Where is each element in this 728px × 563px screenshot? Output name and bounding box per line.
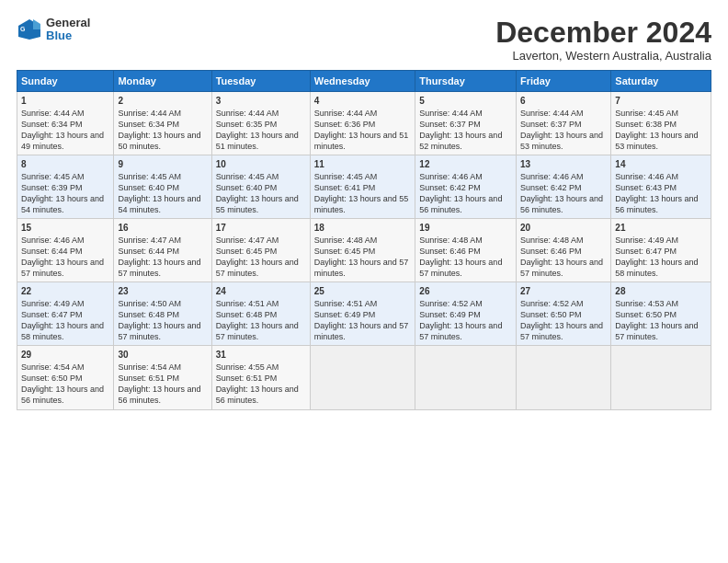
sunrise: Sunrise: 4:44 AM [520,109,584,118]
calendar-cell: 1Sunrise: 4:44 AMSunset: 6:34 PMDaylight… [17,92,114,155]
daylight: Daylight: 13 hours and 57 minutes. [216,258,299,278]
daylight: Daylight: 13 hours and 57 minutes. [314,258,409,278]
daylight: Daylight: 13 hours and 57 minutes. [419,258,502,278]
day-number: 5 [419,95,512,108]
sunrise: Sunrise: 4:55 AM [216,362,279,372]
calendar-cell: 31Sunrise: 4:55 AMSunset: 6:51 PMDayligh… [211,346,310,409]
calendar-cell: 8Sunrise: 4:45 AMSunset: 6:39 PMDaylight… [17,155,114,219]
calendar-cell [516,346,610,409]
sunrise: Sunrise: 4:51 AM [216,299,279,308]
calendar-cell: 29Sunrise: 4:54 AMSunset: 6:50 PMDayligh… [17,346,114,409]
sunrise: Sunrise: 4:45 AM [216,172,279,181]
day-number: 11 [314,158,412,171]
logo-text: General Blue [46,17,90,43]
day-number: 12 [419,158,512,171]
sunset: Sunset: 6:36 PM [314,120,376,129]
daylight: Daylight: 13 hours and 52 minutes. [419,131,502,151]
sunrise: Sunrise: 4:48 AM [314,236,378,245]
calendar-cell: 12Sunrise: 4:46 AMSunset: 6:42 PMDayligh… [415,155,517,219]
header-row: Sunday Monday Tuesday Wednesday Thursday… [17,71,711,92]
day-number: 29 [21,349,109,362]
calendar-cell: 17Sunrise: 4:47 AMSunset: 6:45 PMDayligh… [211,219,310,282]
day-number: 23 [118,285,207,298]
sunset: Sunset: 6:51 PM [216,373,278,383]
calendar-cell: 14Sunrise: 4:46 AMSunset: 6:43 PMDayligh… [611,155,711,219]
day-number: 2 [118,95,207,108]
daylight: Daylight: 13 hours and 51 minutes. [216,131,299,151]
day-number: 7 [615,95,707,108]
sunrise: Sunrise: 4:46 AM [419,172,483,181]
sunset: Sunset: 6:49 PM [419,310,481,319]
logo-blue: Blue [46,29,90,42]
location: Laverton, Western Australia, Australia [495,49,711,63]
daylight: Daylight: 13 hours and 54 minutes. [118,194,200,214]
daylight: Daylight: 13 hours and 56 minutes. [216,385,299,405]
sunset: Sunset: 6:42 PM [520,183,582,192]
svg-marker-1 [33,19,40,29]
sunrise: Sunrise: 4:46 AM [615,172,678,181]
sunset: Sunset: 6:40 PM [216,183,278,192]
day-number: 14 [615,158,707,171]
sunrise: Sunrise: 4:45 AM [314,172,378,181]
day-number: 16 [118,222,207,235]
sunrise: Sunrise: 4:48 AM [419,236,483,245]
sunrise: Sunrise: 4:46 AM [21,236,85,245]
sunrise: Sunrise: 4:52 AM [419,299,483,308]
sunrise: Sunrise: 4:49 AM [21,299,85,308]
calendar-cell: 16Sunrise: 4:47 AMSunset: 6:44 PMDayligh… [114,219,211,282]
day-number: 13 [520,158,607,171]
sunrise: Sunrise: 4:47 AM [216,236,279,245]
daylight: Daylight: 13 hours and 57 minutes. [419,321,502,341]
col-tuesday: Tuesday [211,71,310,92]
calendar-table: Sunday Monday Tuesday Wednesday Thursday… [17,70,711,409]
daylight: Daylight: 13 hours and 51 minutes. [314,131,409,151]
daylight: Daylight: 13 hours and 58 minutes. [21,321,104,341]
sunset: Sunset: 6:46 PM [520,247,582,256]
calendar-cell: 4Sunrise: 4:44 AMSunset: 6:36 PMDaylight… [310,92,415,155]
daylight: Daylight: 13 hours and 49 minutes. [21,131,104,151]
col-friday: Friday [516,71,610,92]
calendar-cell: 28Sunrise: 4:53 AMSunset: 6:50 PMDayligh… [611,282,711,346]
daylight: Daylight: 13 hours and 57 minutes. [118,258,200,278]
sunset: Sunset: 6:41 PM [314,183,376,192]
day-number: 1 [21,95,109,108]
calendar-cell: 24Sunrise: 4:51 AMSunset: 6:48 PMDayligh… [211,282,310,346]
week-row-4: 22Sunrise: 4:49 AMSunset: 6:47 PMDayligh… [17,282,711,346]
sunrise: Sunrise: 4:52 AM [520,299,584,308]
day-number: 19 [419,222,512,235]
week-row-3: 15Sunrise: 4:46 AMSunset: 6:44 PMDayligh… [17,219,711,282]
sunrise: Sunrise: 4:54 AM [118,362,181,372]
day-number: 18 [314,222,412,235]
sunset: Sunset: 6:50 PM [615,310,677,319]
page: G General Blue December 2024 Laverton, W… [0,0,728,563]
sunset: Sunset: 6:50 PM [21,373,83,383]
logo-general: General [46,17,90,29]
title-section: December 2024 Laverton, Western Australi… [495,17,711,63]
day-number: 21 [615,222,707,235]
day-number: 25 [314,285,412,298]
calendar-cell: 19Sunrise: 4:48 AMSunset: 6:46 PMDayligh… [415,219,517,282]
week-row-5: 29Sunrise: 4:54 AMSunset: 6:50 PMDayligh… [17,346,711,409]
sunset: Sunset: 6:39 PM [21,183,83,192]
daylight: Daylight: 13 hours and 55 minutes. [314,194,409,214]
daylight: Daylight: 13 hours and 55 minutes. [216,194,299,214]
sunset: Sunset: 6:46 PM [419,247,481,256]
sunset: Sunset: 6:48 PM [216,310,278,319]
day-number: 27 [520,285,607,298]
daylight: Daylight: 13 hours and 57 minutes. [314,321,409,341]
sunrise: Sunrise: 4:53 AM [615,299,678,308]
daylight: Daylight: 13 hours and 57 minutes. [21,258,104,278]
sunrise: Sunrise: 4:51 AM [314,299,378,308]
sunrise: Sunrise: 4:54 AM [21,362,85,372]
day-number: 4 [314,95,412,108]
daylight: Daylight: 13 hours and 57 minutes. [520,258,603,278]
daylight: Daylight: 13 hours and 58 minutes. [615,258,698,278]
daylight: Daylight: 13 hours and 54 minutes. [21,194,104,214]
day-number: 31 [216,349,306,362]
sunset: Sunset: 6:47 PM [21,310,83,319]
sunrise: Sunrise: 4:50 AM [118,299,181,308]
daylight: Daylight: 13 hours and 57 minutes. [216,321,299,341]
day-number: 6 [520,95,607,108]
week-row-1: 1Sunrise: 4:44 AMSunset: 6:34 PMDaylight… [17,92,711,155]
day-number: 17 [216,222,306,235]
